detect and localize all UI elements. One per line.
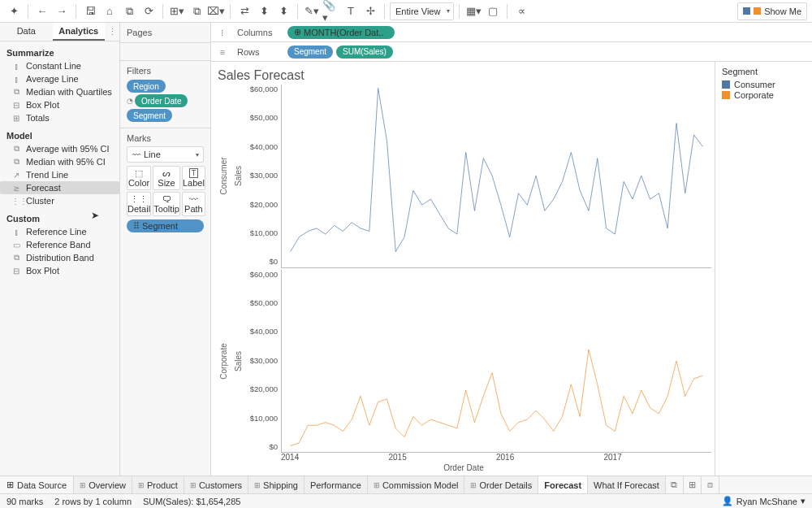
sort-desc-button[interactable]: ⬍ — [274, 2, 292, 20]
custom-reference-band[interactable]: ▭Reference Band — [0, 238, 119, 251]
filter-region[interactable]: Region — [127, 80, 166, 93]
analytics-cluster[interactable]: ⋮⋮Cluster — [0, 194, 119, 207]
analytics-median-quartiles[interactable]: ⧉Median with Quartiles — [0, 85, 119, 98]
y-axis-label-bot: Sales — [231, 270, 245, 454]
mark-detail[interactable]: ⋮⋮Detail — [127, 192, 151, 216]
marks-label: Marks — [127, 133, 204, 143]
mark-path[interactable]: 〰Path — [182, 192, 205, 216]
analytics-average-line[interactable]: ⫿Average Line — [0, 72, 119, 85]
mark-type-dropdown[interactable]: Line — [127, 146, 204, 163]
analytics-trend-line[interactable]: ↗Trend Line — [0, 168, 119, 181]
sheet-tab-what-if-forecast[interactable]: What If Forecast — [588, 476, 666, 493]
sheet-tab-customers[interactable]: ⊞Customers — [184, 476, 248, 493]
pages-drop[interactable] — [120, 43, 210, 61]
rows-shelf[interactable]: ≡ Rows Segment SUM(Sales) — [211, 42, 812, 62]
marks-card: Marks Line ⬚Color ᔕSize 🅃Label ⋮⋮Detail … — [120, 128, 210, 237]
legend-item-corporate[interactable]: Corporate — [722, 90, 806, 100]
section-custom: Custom — [0, 207, 119, 225]
mark-size[interactable]: ᔕSize — [153, 166, 180, 190]
refresh-button[interactable]: ⟳ — [140, 2, 158, 20]
fit-dropdown[interactable]: Entire View — [390, 2, 454, 20]
status-marks: 90 marks — [6, 497, 43, 506]
highlight-button[interactable]: ✎▾ — [303, 2, 321, 20]
y-axis-label-top: Sales — [231, 85, 245, 268]
columns-shelf[interactable]: ⫶ Columns ⊕MONTH(Order Dat.. — [211, 23, 812, 42]
sheet-tab-overview[interactable]: ⊞Overview — [74, 476, 132, 493]
mark-pill-segment[interactable]: ⠿Segment — [127, 219, 204, 232]
mark-color[interactable]: ⬚Color — [127, 166, 151, 190]
legend-item-consumer[interactable]: Consumer — [722, 80, 806, 89]
logo-icon[interactable]: ✦ — [5, 2, 23, 20]
context-filter-icon: ◔ — [127, 97, 133, 105]
filters-label: Filters — [127, 66, 204, 76]
sheet-tab-commission-model[interactable]: ⊞Commission Model — [368, 476, 465, 493]
tab-data[interactable]: Data — [0, 23, 53, 41]
custom-box-plot[interactable]: ⊟Box Plot — [0, 264, 119, 277]
new-worksheet-tab[interactable]: ⧉ — [666, 476, 684, 493]
rows-pill-sales[interactable]: SUM(Sales) — [336, 46, 393, 59]
presentation-button[interactable]: ▢ — [484, 2, 502, 20]
filter-order-date[interactable]: Order Date — [135, 94, 188, 107]
rows-label: Rows — [237, 47, 279, 57]
analytics-forecast[interactable]: ≳Forecast — [0, 181, 119, 194]
labels-button[interactable]: T — [342, 2, 360, 20]
analytics-pane: Data Analytics ⋮ Summarize ⫿Constant Lin… — [0, 23, 120, 475]
datasource-icon: ⊞ — [6, 480, 14, 490]
section-model: Model — [0, 124, 119, 142]
show-me-button[interactable]: Show Me — [737, 2, 807, 20]
new-worksheet-button[interactable]: ⊞▾ — [168, 2, 186, 20]
x-axis-label: Order Date — [216, 463, 711, 472]
sheet-tab-performance[interactable]: Performance — [304, 476, 368, 493]
sheet-tab-forecast[interactable]: Forecast — [538, 476, 588, 493]
mark-tooltip[interactable]: 🗨Tooltip — [153, 192, 180, 216]
analytics-avg-95ci[interactable]: ⧉Average with 95% CI — [0, 142, 119, 155]
new-dashboard-tab[interactable]: ⊞ — [684, 476, 702, 493]
sort-asc-button[interactable]: ⬍ — [255, 2, 273, 20]
back-button[interactable]: ← — [33, 2, 51, 20]
sheet-tab-shipping[interactable]: ⊞Shipping — [248, 476, 304, 493]
cards-button[interactable]: ▦▾ — [464, 2, 482, 20]
save-button[interactable]: 🖫 — [81, 2, 99, 20]
new-story-tab[interactable]: ⧈ — [702, 476, 719, 493]
viz-area: ⫶ Columns ⊕MONTH(Order Dat.. ≡ Rows Segm… — [211, 23, 812, 475]
duplicate-button[interactable]: ⧉ — [188, 2, 205, 20]
fix-axes-button[interactable]: ✢ — [361, 2, 379, 20]
pages-shelf[interactable]: Pages — [120, 23, 210, 43]
new-datasource-button[interactable]: ⌂ — [101, 2, 119, 20]
pane-menu-icon[interactable]: ⋮ — [105, 23, 119, 41]
legend-title: Segment — [722, 67, 806, 76]
status-dims: 2 rows by 1 column — [54, 497, 132, 506]
filter-segment[interactable]: Segment — [127, 109, 172, 122]
swap-button[interactable]: ⇄ — [235, 2, 253, 20]
rows-icon: ≡ — [216, 47, 229, 57]
pause-button[interactable]: ⧉ — [120, 2, 138, 20]
mark-label[interactable]: 🅃Label — [182, 166, 205, 190]
analytics-box-plot[interactable]: ⊟Box Plot — [0, 98, 119, 111]
group-button[interactable]: 📎▾ — [322, 2, 340, 20]
section-summarize: Summarize — [0, 41, 119, 59]
custom-reference-line[interactable]: ⫿Reference Line — [0, 225, 119, 238]
chart-title[interactable]: Sales Forecast — [218, 68, 711, 83]
row-header-consumer: Consumer — [216, 85, 231, 268]
y-axis-consumer: $60,000$50,000$40,000$30,000$20,000$10,0… — [245, 85, 281, 268]
data-source-tab[interactable]: ⊞Data Source — [0, 476, 74, 493]
columns-pill-month[interactable]: ⊕MONTH(Order Dat.. — [287, 26, 395, 39]
sheet-tab-order-details[interactable]: ⊞Order Details — [464, 476, 538, 493]
top-toolbar: ✦ ← → 🖫 ⌂ ⧉ ⟳ ⊞▾ ⧉ ⌧▾ ⇄ ⬍ ⬍ ✎▾ 📎▾ T ✢ En… — [0, 0, 812, 23]
sheet-tab-product[interactable]: ⊞Product — [132, 476, 184, 493]
custom-distribution-band[interactable]: ⧉Distribution Band — [0, 251, 119, 264]
color-mark-icon: ⠿ — [133, 221, 139, 232]
plot-consumer[interactable] — [281, 85, 711, 268]
filters-shelf: Filters Region ◔Order Date Segment — [120, 61, 210, 128]
analytics-constant-line[interactable]: ⫿Constant Line — [0, 59, 119, 72]
rows-pill-segment[interactable]: Segment — [287, 46, 333, 59]
clear-button[interactable]: ⌧▾ — [207, 2, 225, 20]
share-button[interactable]: ∝ — [512, 2, 530, 20]
chart-pane-consumer: Consumer Sales $60,000$50,000$40,000$30,… — [216, 85, 711, 268]
y-axis-corporate: $60,000$50,000$40,000$30,000$20,000$10,0… — [245, 270, 281, 454]
tab-analytics[interactable]: Analytics — [53, 23, 106, 41]
analytics-median-95ci[interactable]: ⧉Median with 95% CI — [0, 155, 119, 168]
forward-button[interactable]: → — [53, 2, 71, 20]
status-user[interactable]: 👤 Ryan McShane ▾ — [722, 496, 806, 506]
plot-corporate[interactable] — [281, 270, 711, 454]
